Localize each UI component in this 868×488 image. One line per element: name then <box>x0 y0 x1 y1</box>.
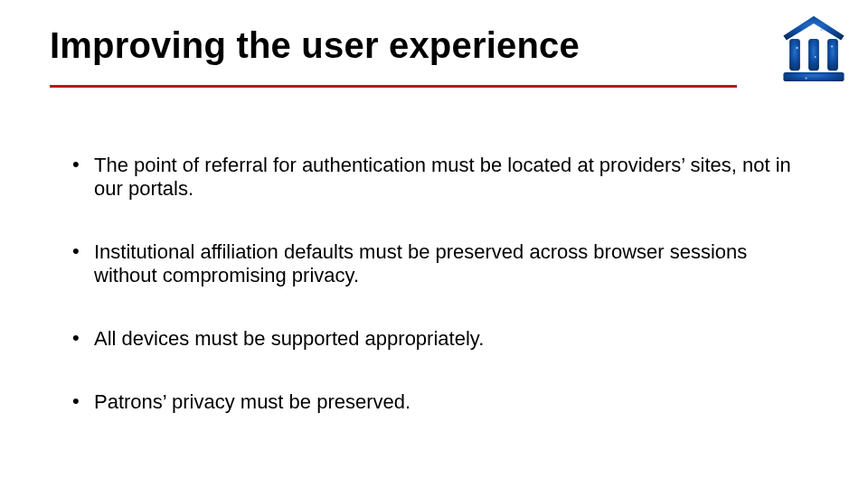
svg-point-6 <box>831 45 833 47</box>
svg-point-7 <box>820 29 822 31</box>
slide-title: Improving the user experience <box>50 25 580 66</box>
list-item: Institutional affiliation defaults must … <box>72 240 796 287</box>
svg-rect-2 <box>827 39 838 70</box>
title-underline <box>50 85 737 88</box>
bullet-list: The point of referral for authentication… <box>72 154 796 454</box>
list-item: All devices must be supported appropriat… <box>72 327 796 351</box>
list-item: The point of referral for authentication… <box>72 154 796 201</box>
bullet-text: The point of referral for authentication… <box>94 154 791 200</box>
bullet-text: Institutional affiliation defaults must … <box>94 240 747 286</box>
svg-rect-3 <box>783 72 844 81</box>
bullet-text: All devices must be supported appropriat… <box>94 327 484 350</box>
bullet-text: Patrons’ privacy must be preserved. <box>94 390 410 413</box>
list-item: Patrons’ privacy must be preserved. <box>72 390 796 414</box>
svg-point-8 <box>806 78 807 80</box>
svg-point-5 <box>815 56 816 58</box>
institution-logo-icon <box>776 9 852 87</box>
svg-rect-1 <box>808 39 819 70</box>
svg-point-4 <box>796 47 798 50</box>
svg-rect-0 <box>789 39 800 70</box>
slide: Improving the user experience <box>0 0 868 488</box>
